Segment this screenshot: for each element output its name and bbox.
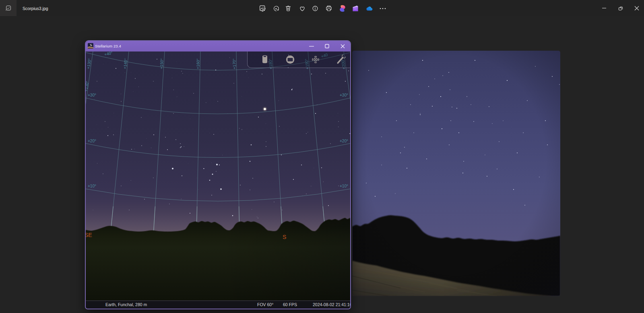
svg-text:+20°: +20° <box>340 139 348 143</box>
svg-text:SE: SE <box>86 232 92 238</box>
svg-text:+150°: +150° <box>159 58 164 69</box>
svg-text:+20°: +20° <box>88 139 96 143</box>
svg-text:+170°: +170° <box>232 58 236 69</box>
svg-text:S: S <box>283 234 286 240</box>
svg-text:+10°: +10° <box>88 184 96 188</box>
svg-text:+30°: +30° <box>88 93 96 97</box>
svg-text:+160°: +160° <box>196 58 200 69</box>
svg-text:+10°: +10° <box>340 184 348 188</box>
svg-text:+30°: +30° <box>340 93 348 97</box>
